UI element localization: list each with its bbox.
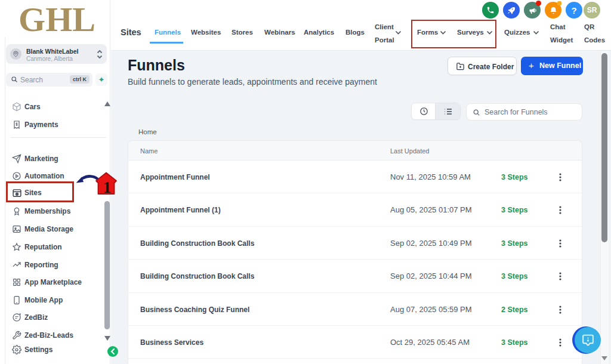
- svg-text:1: 1: [103, 178, 112, 196]
